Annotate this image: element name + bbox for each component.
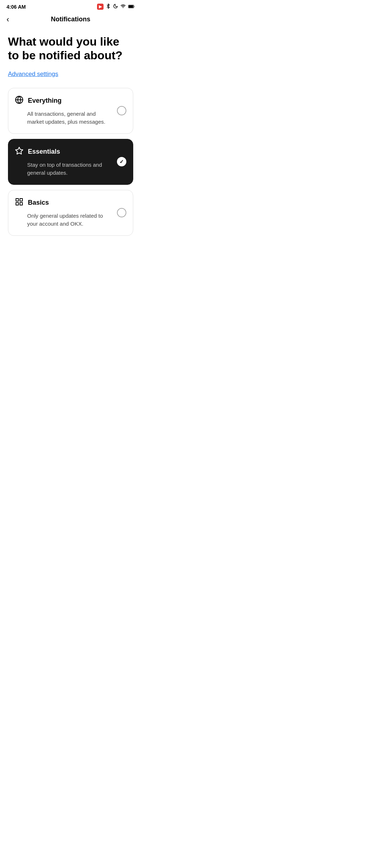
option-card-everything[interactable]: Everything All transactions, general and… (8, 88, 133, 134)
record-icon: ▶ (97, 4, 104, 10)
radio-basics[interactable]: ✓ (117, 208, 126, 217)
status-time: 4:06 AM (7, 4, 26, 10)
globe-icon (15, 95, 24, 106)
option-card-basics[interactable]: Basics Only general updates related to y… (8, 190, 133, 236)
card-header-everything: Everything (15, 95, 126, 106)
battery-icon (128, 4, 135, 10)
svg-marker-5 (16, 147, 23, 154)
page-heading: What would you like to be notified about… (8, 35, 133, 63)
main-content: What would you like to be notified about… (0, 27, 141, 252)
radio-everything[interactable]: ✓ (117, 106, 126, 115)
svg-rect-8 (16, 203, 18, 205)
svg-rect-7 (20, 199, 22, 201)
nav-bar: ‹ Notifications (0, 12, 141, 27)
svg-rect-2 (129, 5, 133, 8)
wifi-icon (120, 4, 126, 10)
card-title-everything: Everything (28, 97, 62, 105)
grid-icon (15, 197, 24, 208)
bluetooth-icon (106, 4, 111, 10)
card-description-basics: Only general updates related to your acc… (15, 212, 126, 228)
card-description-everything: All transactions, general and market upd… (15, 110, 126, 126)
svg-rect-6 (16, 199, 18, 201)
radio-essentials[interactable]: ✓ (117, 157, 126, 166)
status-icons: ▶ (97, 4, 135, 10)
moon-icon (113, 4, 118, 10)
card-title-basics: Basics (28, 199, 49, 207)
advanced-settings-link[interactable]: Advanced settings (8, 71, 58, 78)
card-title-essentials: Essentials (28, 148, 60, 156)
card-header-essentials: Essentials (15, 146, 126, 157)
back-button[interactable]: ‹ (7, 16, 9, 24)
star-icon (15, 146, 24, 157)
nav-title: Notifications (51, 16, 90, 23)
card-header-basics: Basics (15, 197, 126, 208)
svg-rect-9 (20, 203, 22, 205)
radio-check-essentials: ✓ (119, 159, 124, 165)
card-description-essentials: Stay on top of transactions and general … (15, 161, 126, 177)
status-bar: 4:06 AM ▶ (0, 0, 141, 12)
option-card-essentials[interactable]: Essentials Stay on top of transactions a… (8, 139, 133, 185)
